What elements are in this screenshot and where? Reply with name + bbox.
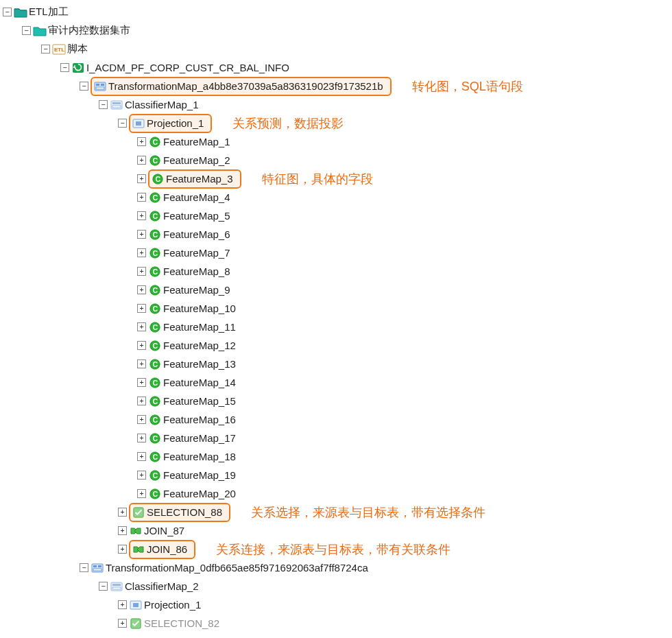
toggle-fm-17[interactable] — [137, 434, 146, 442]
toggle-fm-11[interactable] — [137, 322, 146, 331]
tree-node-featuremap-18[interactable]: FeatureMap_18 — [163, 451, 239, 462]
tree-node-script[interactable]: 脚本 — [67, 43, 91, 56]
tree-node-featuremap-14[interactable]: FeatureMap_14 — [163, 377, 239, 388]
tree-node-acdm[interactable]: I_ACDM_PF_CORP_CUST_CR_BAL_INFO — [86, 62, 292, 73]
tree-node-featuremap-13[interactable]: FeatureMap_13 — [163, 358, 239, 370]
toggle-fm-12[interactable] — [137, 341, 146, 350]
tree-node-featuremap-19[interactable]: FeatureMap_19 — [163, 469, 239, 481]
tree-node-featuremap-10[interactable]: FeatureMap_10 — [163, 303, 239, 314]
toggle-fm-3[interactable] — [137, 174, 146, 183]
toggle-fm-1[interactable] — [137, 137, 146, 146]
toggle-fm-8[interactable] — [137, 267, 146, 276]
toggle-fm-18[interactable] — [137, 452, 146, 461]
feature-icon — [148, 432, 162, 445]
feature-icon — [148, 284, 162, 296]
toggle-tmap1[interactable] — [80, 82, 88, 91]
feature-icon — [148, 303, 162, 315]
feature-icon — [148, 451, 162, 463]
tree-node-featuremap-8[interactable]: FeatureMap_8 — [163, 265, 233, 277]
tree-node-featuremap-1[interactable]: FeatureMap_1 — [163, 136, 233, 147]
join-icon — [129, 525, 143, 537]
selection-icon — [132, 506, 145, 519]
feature-icon — [148, 191, 162, 204]
feature-icon — [148, 395, 162, 407]
tree-node-featuremap-5[interactable]: FeatureMap_5 — [163, 210, 233, 222]
annotation-proj1: 关系预测，数据投影 — [232, 115, 344, 132]
tree-node-proj2[interactable]: Projection_1 — [144, 599, 204, 611]
toggle-tmap2[interactable] — [80, 563, 88, 572]
toggle-join86[interactable] — [118, 545, 127, 554]
tree-node-featuremap-12[interactable]: FeatureMap_12 — [163, 340, 239, 351]
feature-icon — [148, 377, 162, 389]
feature-icon — [148, 136, 162, 148]
feature-icon — [148, 414, 162, 426]
toggle-fm-6[interactable] — [137, 230, 146, 239]
toggle-fm-16[interactable] — [137, 415, 146, 424]
feature-icon — [148, 488, 162, 500]
feature-icon — [148, 228, 162, 241]
toggle-sel82[interactable] — [118, 619, 127, 628]
toggle-cmap2[interactable] — [99, 582, 108, 591]
tree-node-join-86[interactable]: JOIN_86 — [129, 540, 195, 559]
feature-icon — [148, 265, 162, 278]
toggle-fm-4[interactable] — [137, 193, 146, 202]
toggle-fm-14[interactable] — [137, 378, 146, 387]
map-icon — [91, 562, 104, 574]
tree-node-featuremap-7[interactable]: FeatureMap_7 — [163, 247, 233, 259]
toggle-acdm[interactable] — [60, 63, 69, 72]
tree-node-join-87[interactable]: JOIN_87 — [144, 525, 187, 536]
toggle-fm-7[interactable] — [137, 248, 146, 257]
join-icon — [132, 543, 145, 556]
tree-node-featuremap-15[interactable]: FeatureMap_15 — [163, 395, 239, 407]
toggle-join87[interactable] — [118, 526, 127, 535]
toggle-fm-13[interactable] — [137, 359, 146, 368]
toggle-proj2[interactable] — [118, 600, 127, 609]
toggle-audit[interactable] — [22, 26, 31, 35]
feature-icon — [148, 154, 162, 167]
annotation-join86: 关系连接，来源表与目标表，带有关联条件 — [216, 541, 451, 558]
classifier-icon — [110, 580, 123, 593]
tree-node-featuremap-17[interactable]: FeatureMap_17 — [163, 432, 239, 444]
annotation-fm3: 特征图，具体的字段 — [262, 171, 373, 187]
tree-node-cmap1[interactable]: ClassifierMap_1 — [125, 99, 202, 110]
tree-node-featuremap-20[interactable]: FeatureMap_20 — [163, 488, 239, 499]
tree-node-proj1[interactable]: Projection_1 — [129, 114, 212, 133]
feature-icon — [148, 247, 162, 259]
toggle-fm-19[interactable] — [137, 471, 146, 480]
selection-icon — [129, 617, 143, 630]
toggle-fm-15[interactable] — [137, 397, 146, 405]
tree-node-audit[interactable]: 审计内控数据集市 — [48, 24, 133, 37]
tree-node-tmap1[interactable]: TransformationMap_a4bb8e37039a5a83631902… — [91, 77, 392, 96]
toggle-proj1[interactable] — [118, 119, 127, 128]
tree-node-featuremap-9[interactable]: FeatureMap_9 — [163, 284, 233, 296]
toggle-script[interactable] — [41, 45, 50, 54]
folder-icon — [14, 6, 27, 19]
toggle-sel88[interactable] — [118, 508, 127, 517]
toggle-fm-9[interactable] — [137, 285, 146, 294]
map-icon — [93, 80, 107, 93]
tree-node-featuremap-4[interactable]: FeatureMap_4 — [163, 191, 233, 203]
tree-node-featuremap-6[interactable]: FeatureMap_6 — [163, 228, 233, 240]
toggle-fm-10[interactable] — [137, 304, 146, 313]
annotation-sel88: 关系选择，来源表与目标表，带有选择条件 — [251, 504, 485, 521]
tree-node-featuremap-2[interactable]: FeatureMap_2 — [163, 154, 233, 166]
feature-icon — [148, 210, 162, 222]
toggle-fm-2[interactable] — [137, 156, 146, 165]
etl-icon — [52, 43, 66, 56]
tree-node-cmap2[interactable]: ClassifierMap_2 — [125, 580, 202, 592]
tree-node-featuremap-3[interactable]: FeatureMap_3 — [148, 169, 241, 189]
tree-node-tmap2[interactable]: TransformationMap_0dfb665ae85f971692063a… — [106, 562, 371, 574]
tree-node-selection-82[interactable]: SELECTION_82 — [144, 617, 222, 629]
toggle-fm-20[interactable] — [137, 489, 146, 498]
feature-icon — [148, 358, 162, 370]
toggle-fm-5[interactable] — [137, 211, 146, 220]
feature-icon — [148, 469, 162, 482]
feature-icon — [151, 173, 165, 185]
toggle-cmap1[interactable] — [99, 100, 108, 109]
projection-icon — [132, 117, 145, 130]
tree-node-featuremap-16[interactable]: FeatureMap_16 — [163, 414, 239, 425]
toggle-etl-root[interactable] — [3, 8, 12, 16]
tree-node-featuremap-11[interactable]: FeatureMap_11 — [163, 321, 239, 333]
tree-node-selection-88[interactable]: SELECTION_88 — [129, 503, 230, 522]
tree-node-etl[interactable]: ETL加工 — [29, 5, 71, 19]
